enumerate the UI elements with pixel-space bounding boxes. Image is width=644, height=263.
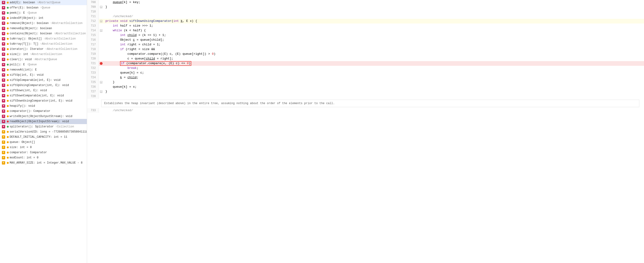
line-number: 708 [87, 0, 99, 5]
fold-icon[interactable]: ◇ [100, 81, 102, 83]
gutter [99, 85, 104, 89]
member-label: iterator(): Iterator ↑AbstractCollection [10, 47, 78, 51]
member-label: readObject(ObjectInputStream): void [10, 120, 69, 123]
member-item[interactable]: Mcontains(Object): boolean ↑AbstractColl… [0, 31, 87, 36]
member-item[interactable]: FMAX_ARRAY_SIZE: int = Integer.MAX_VALUE… [0, 160, 87, 165]
member-item[interactable]: Mcomparator(): Comparator [0, 109, 87, 114]
member-icon: M [2, 89, 5, 92]
gutter [99, 75, 104, 80]
javadoc-box: Establishes the heap invariant (describe… [101, 100, 639, 107]
member-item[interactable]: MwriteObject(ObjectOutputStream): void [0, 114, 87, 119]
gutter [99, 33, 104, 38]
gutter [99, 38, 104, 42]
member-item[interactable]: Mpeek(): E ↑Queue [0, 10, 87, 15]
member-dot [7, 12, 9, 14]
member-dot [7, 152, 9, 153]
member-item[interactable]: MremoveEq(Object): boolean [0, 26, 87, 31]
member-item[interactable]: Miterator(): Iterator ↑AbstractCollectio… [0, 46, 87, 52]
member-icon: F [2, 161, 5, 165]
member-icon: M [2, 53, 5, 56]
member-item[interactable]: FDEFAULT_INITIAL_CAPACITY: int = 11 [0, 134, 87, 140]
member-icon: M [2, 99, 5, 102]
member-item[interactable]: MindexOf(Object): int [0, 15, 87, 21]
member-item[interactable]: Moffer(E): boolean ↑Queue [0, 5, 87, 10]
line-number: 717 [87, 42, 99, 47]
code-area: 708 queue[k] = key; 709 ◇ } 710 711 /unc… [87, 0, 644, 263]
gutter [99, 9, 104, 14]
line-number: 723 [87, 70, 99, 75]
member-dot [7, 121, 9, 122]
member-item[interactable]: Mheapify(): void [0, 103, 87, 109]
members-panel[interactable]: Madd(E): boolean ↑AbstractQueueMoffer(E)… [0, 0, 87, 263]
fold-icon[interactable]: ◇ [100, 6, 102, 8]
member-item[interactable]: MsiftUpComparable(int, E): void [0, 78, 87, 83]
gutter[interactable]: ◇ [99, 5, 104, 9]
gutter[interactable]: ◇ [99, 80, 104, 85]
member-item[interactable]: Msize(): int ↑AbstractCollection [0, 52, 87, 57]
member-item[interactable]: MremoveAt(int): E [0, 67, 87, 72]
member-label: toArray(): Object[] ↑AbstractCollection [10, 37, 76, 40]
gutter[interactable]: ◇ [99, 28, 104, 33]
member-dot [7, 105, 9, 107]
fold-icon[interactable]: ◇ [100, 20, 102, 22]
member-item[interactable]: MtoArray(): Object[] ↑AbstractCollection [0, 36, 87, 41]
member-item[interactable]: Mremove(Object): boolean ↑AbstractCollec… [0, 21, 87, 26]
line-number: 725 [87, 80, 99, 85]
fold-icon[interactable]: ◇ [100, 29, 102, 32]
breakpoint-dot[interactable] [100, 62, 102, 65]
code-content [104, 94, 644, 99]
member-dot [7, 53, 9, 55]
member-label: queue: Object[] [10, 141, 35, 144]
member-dot [7, 74, 9, 76]
member-item[interactable]: MtoArray(T[]): T[] ↑AbstractCollection [0, 41, 87, 46]
code-content: k = child; [104, 75, 644, 80]
member-item[interactable]: Fsize: int = 0 [0, 145, 87, 150]
member-dot [7, 157, 9, 159]
member-label: contains(Object): boolean ↑AbstractColle… [10, 32, 86, 35]
gutter[interactable]: ◇ [99, 19, 104, 23]
member-dot [7, 22, 9, 24]
member-icon: M [2, 120, 5, 123]
member-dot [7, 90, 9, 91]
member-item[interactable]: Fqueue: Object[] [0, 140, 87, 145]
code-editor[interactable]: 708 queue[k] = key; 709 ◇ } 710 711 /unc… [87, 0, 644, 263]
member-icon: M [2, 16, 5, 20]
member-dot [7, 79, 9, 81]
line-number: 724 [87, 75, 99, 80]
member-label: siftUpComparable(int, E): void [10, 78, 60, 82]
member-dot [7, 17, 9, 19]
member-item[interactable]: MsiftDown(int, E): void [0, 88, 87, 93]
member-item[interactable]: MsiftUp(int, E): void [0, 72, 87, 78]
member-icon: M [2, 22, 5, 25]
line-number: 716 [87, 38, 99, 42]
member-icon: M [2, 115, 5, 118]
gutter[interactable] [99, 61, 104, 66]
member-item[interactable]: Mspliterator(): Spliterator ↑Collection [0, 124, 87, 129]
fold-icon[interactable]: ◇ [100, 90, 102, 93]
member-dot [7, 43, 9, 45]
code-content [104, 9, 644, 14]
code-line-720: 720 c = queue[child = right]; [87, 56, 644, 61]
member-item[interactable]: Mclear(): void ↑AbstractQueue [0, 57, 87, 62]
member-item[interactable]: MsiftDownComparable(int, E): void [0, 93, 87, 98]
member-item[interactable]: MreadObject(ObjectInputStream): void [0, 119, 87, 124]
member-dot [7, 27, 9, 29]
member-item[interactable]: MsiftUpUsingComparator(int, E): void [0, 83, 87, 88]
line-number: 733 [87, 108, 99, 113]
line-number: 711 [87, 14, 99, 19]
member-item[interactable]: Madd(E): boolean ↑AbstractQueue [0, 0, 87, 5]
code-line-719: 719 comparator.compare((E) c, (E) queue[… [87, 52, 644, 56]
member-item[interactable]: Fcomparator: Comparator [0, 150, 87, 155]
member-item[interactable]: FmodCount: int = 0 [0, 155, 87, 160]
member-item[interactable]: Mpoll(): E ↑Queue [0, 62, 87, 67]
code-line-709: 709 ◇ } [87, 5, 644, 9]
member-item[interactable]: FserialVersionUID: long = -7720805057305… [0, 129, 87, 134]
member-item[interactable]: MsiftDownUsingComparator(int, E): void [0, 98, 87, 103]
gutter[interactable]: ◇ [99, 89, 104, 94]
code-content: c = queue[child = right]; [104, 56, 644, 61]
code-line-723: 723 queue[k] = c; [87, 70, 644, 75]
member-label: writeObject(ObjectOutputStream): void [10, 115, 72, 118]
code-line-726: 726 queue[k] = x; [87, 85, 644, 89]
member-label: peek(): E ↑Queue [10, 11, 37, 14]
member-label: remove(Object): boolean ↑AbstractCollect… [10, 22, 82, 25]
